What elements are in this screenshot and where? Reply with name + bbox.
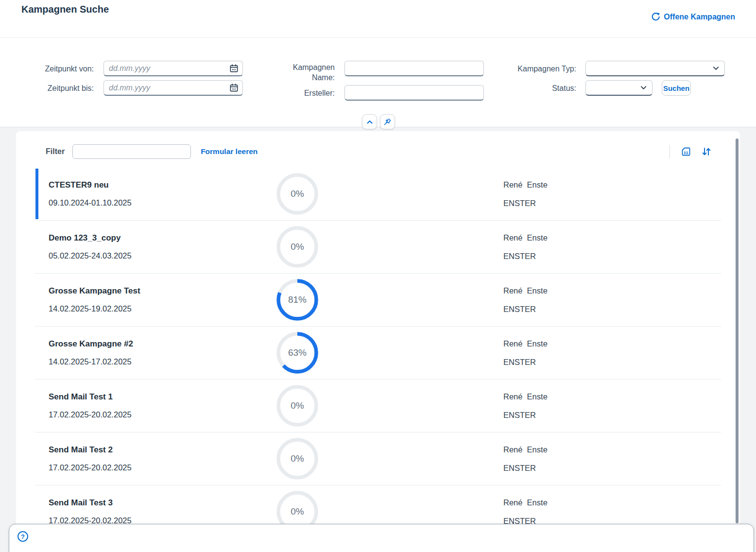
campaign-owner: René Enste ENSTER <box>503 445 548 473</box>
campaign-list: CTESTER9 neu 09.10.2024-01.10.2025 0% Re… <box>35 168 721 538</box>
creator-label: Ersteller: <box>304 88 335 98</box>
campaign-progress-ring: 0% <box>276 172 319 215</box>
export-spreadsheet-icon <box>681 146 691 157</box>
campaign-type-select[interactable] <box>585 61 725 76</box>
campaign-creator-id: ENSTER <box>503 411 548 420</box>
campaign-row[interactable]: Send Mail Test 1 17.02.2025-20.02.2025 0… <box>35 380 721 432</box>
progress-percent-label: 81% <box>276 278 319 321</box>
date-from-field[interactable] <box>104 61 229 75</box>
search-form: Zeitpunkt von: Zeitpunkt bis: <box>0 38 756 127</box>
campaign-date-range: 17.02.2025-20.02.2025 <box>49 463 276 472</box>
campaign-name-label-line1: Kampagnen <box>293 63 335 71</box>
campaign-info: Grosse Kampagne #2 14.02.2025-17.02.2025 <box>35 339 276 366</box>
campaign-creator-name: René Enste <box>503 445 548 454</box>
campaign-date-range: 14.02.2025-17.02.2025 <box>49 357 276 366</box>
campaign-progress-ring: 81% <box>276 278 319 321</box>
toolbar-separator <box>670 145 670 158</box>
campaign-name: Send Mail Test 3 <box>49 498 276 508</box>
creator-input[interactable] <box>344 85 484 101</box>
campaign-row[interactable]: Grosse Kampagne Test 14.02.2025-19.02.20… <box>35 274 721 327</box>
campaign-progress-ring: 63% <box>276 331 319 374</box>
campaign-creator-id: ENSTER <box>503 305 548 314</box>
campaign-name-label-line2: Name: <box>312 73 335 82</box>
pin-form-button[interactable] <box>380 114 395 129</box>
campaign-progress-ring: 0% <box>276 225 319 268</box>
sort-button[interactable] <box>700 145 713 158</box>
selection-indicator <box>35 380 38 431</box>
selection-indicator <box>35 222 38 272</box>
campaign-creator-id: ENSTER <box>503 252 548 261</box>
sort-icon <box>701 146 712 157</box>
campaign-owner: René Enste ENSTER <box>503 233 548 261</box>
open-campaigns-link[interactable]: Offene Kampagnen <box>651 12 735 21</box>
progress-percent-label: 0% <box>276 384 319 427</box>
campaign-row[interactable]: Demo 123_3_copy 05.02.2025-24.03.2025 0%… <box>35 221 721 274</box>
page-title: Kampagnen Suche <box>21 4 109 15</box>
date-to-label: Zeitpunkt bis: <box>48 83 94 93</box>
progress-percent-label: 0% <box>276 172 319 215</box>
svg-text:?: ? <box>21 533 25 540</box>
campaign-row[interactable]: Send Mail Test 2 17.02.2025-20.02.2025 0… <box>35 432 721 485</box>
pin-icon <box>383 118 392 126</box>
results-card: Filter Formular leeren <box>16 131 740 552</box>
clear-form-link[interactable]: Formular leeren <box>201 147 258 156</box>
vertical-scrollbar[interactable] <box>736 138 739 523</box>
campaign-creator-id: ENSTER <box>503 199 548 208</box>
campaign-info: Send Mail Test 1 17.02.2025-20.02.2025 <box>35 392 276 419</box>
selection-indicator <box>35 433 38 484</box>
campaign-name-input[interactable] <box>344 61 484 76</box>
campaign-name-label: Kampagnen Name: <box>293 62 335 83</box>
campaign-name: Grosse Kampagne Test <box>49 286 276 296</box>
campaign-name: Send Mail Test 2 <box>49 445 276 455</box>
campaign-owner: René Enste ENSTER <box>503 339 548 367</box>
collapse-form-button[interactable] <box>362 114 377 129</box>
campaign-creator-name: René Enste <box>503 180 548 190</box>
results-area: Filter Formular leeren <box>0 127 756 552</box>
status-select[interactable] <box>585 80 653 96</box>
open-campaigns-label: Offene Kampagnen <box>664 13 735 21</box>
selection-indicator <box>35 275 38 325</box>
campaign-creator-name: René Enste <box>503 339 548 348</box>
campaign-date-range: 05.02.2025-24.03.2025 <box>49 251 276 260</box>
help-button[interactable]: ? <box>17 530 30 543</box>
campaign-info: Send Mail Test 3 17.02.2025-20.02.2025 <box>35 498 276 525</box>
chevron-down-icon <box>712 65 720 72</box>
campaign-name: Demo 123_3_copy <box>49 233 276 243</box>
campaign-row[interactable]: Grosse Kampagne #2 14.02.2025-17.02.2025… <box>35 327 721 380</box>
status-label: Status: <box>552 83 576 93</box>
export-spreadsheet-button[interactable] <box>680 145 692 158</box>
campaign-creator-id: ENSTER <box>503 358 548 367</box>
campaign-name: Grosse Kampagne #2 <box>49 339 276 349</box>
campaign-info: CTESTER9 neu 09.10.2024-01.10.2025 <box>35 180 276 207</box>
question-mark-icon: ? <box>17 531 30 542</box>
progress-percent-label: 0% <box>276 225 319 268</box>
campaign-info: Send Mail Test 2 17.02.2025-20.02.2025 <box>35 445 276 472</box>
campaign-owner: René Enste ENSTER <box>503 286 548 314</box>
campaign-owner: René Enste ENSTER <box>503 498 548 526</box>
date-to-input[interactable] <box>103 80 243 96</box>
campaign-date-range: 17.02.2025-20.02.2025 <box>49 410 276 419</box>
progress-percent-label: 63% <box>276 331 319 374</box>
calendar-icon[interactable] <box>229 83 239 92</box>
campaign-info: Grosse Kampagne Test 14.02.2025-19.02.20… <box>35 286 276 313</box>
campaign-date-range: 09.10.2024-01.10.2025 <box>49 198 276 207</box>
creator-field[interactable] <box>345 86 483 100</box>
page-header: Kampagnen Suche Offene Kampagnen <box>0 0 756 38</box>
list-filter-input[interactable] <box>72 144 191 159</box>
campaign-date-range: 14.02.2025-19.02.2025 <box>49 304 276 313</box>
list-toolbar: Filter Formular leeren <box>16 131 740 168</box>
campaign-name: Send Mail Test 1 <box>49 392 276 402</box>
campaign-row[interactable]: CTESTER9 neu 09.10.2024-01.10.2025 0% Re… <box>35 168 721 221</box>
calendar-icon[interactable] <box>229 64 239 73</box>
campaign-owner: René Enste ENSTER <box>503 180 548 208</box>
date-from-input[interactable] <box>103 61 243 76</box>
campaign-creator-name: René Enste <box>503 498 548 507</box>
campaign-name-field[interactable] <box>345 61 483 75</box>
progress-percent-label: 0% <box>276 437 319 480</box>
date-to-field[interactable] <box>104 81 229 95</box>
campaign-owner: René Enste ENSTER <box>503 392 548 420</box>
campaign-type-label: Kampagnen Typ: <box>517 64 576 74</box>
campaign-progress-ring: 0% <box>276 437 319 480</box>
search-button[interactable]: Suchen <box>662 80 691 96</box>
selection-indicator <box>35 169 38 219</box>
